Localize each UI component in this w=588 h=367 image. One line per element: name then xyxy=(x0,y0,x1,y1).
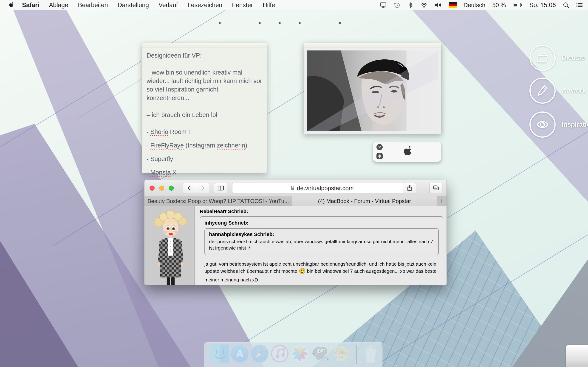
forum-post: RebelHeart Schrieb: inhyeong Schrieb: ha… xyxy=(195,206,447,285)
arrow-down-icon xyxy=(378,156,381,158)
dock xyxy=(204,342,382,367)
menu-item-hilfe[interactable]: Hilfe xyxy=(258,2,280,9)
time-machine-icon[interactable] xyxy=(394,2,401,8)
tab-overview-button[interactable] xyxy=(430,183,442,193)
zoom-window-button[interactable] xyxy=(169,186,174,191)
apple-menu[interactable] xyxy=(7,2,17,8)
note-list-item: - FireFlyRaye (Instagram zeichnerin) xyxy=(147,141,262,150)
note-list-item: - Superfly xyxy=(147,155,262,163)
forum-avatar-cell xyxy=(145,206,195,285)
desktop-icon-label: Inspiratio xyxy=(562,121,588,128)
widget-resize-button[interactable] xyxy=(376,153,383,159)
safari-window: de.virtualpopstar.com ↻ Beauty Busters: … xyxy=(144,180,447,285)
post-author-line: RebelHeart Schrieb: xyxy=(200,209,443,215)
lock-icon xyxy=(290,185,294,191)
menu-bar: Safari Ablage Bearbeiten Darstellung Ver… xyxy=(0,0,588,10)
sticky-note-text[interactable]: Designideen für VP: – wow bin so unendli… xyxy=(142,43,267,173)
share-button[interactable] xyxy=(403,183,416,193)
quote-author-line: inhyeong Schrieb: xyxy=(204,220,439,226)
close-window-button[interactable] xyxy=(149,186,155,191)
misspelled-word: Monsta xyxy=(150,169,171,176)
note-list-item: - Monsta X xyxy=(147,168,262,177)
running-indicator xyxy=(279,22,281,24)
menu-item-fenster[interactable]: Fenster xyxy=(227,2,258,9)
running-indicator xyxy=(339,22,341,24)
running-indicator xyxy=(259,22,261,24)
forward-button[interactable] xyxy=(196,183,209,193)
note-paragraph: – wow bin so unendlich kreativ mal wiede… xyxy=(147,68,262,102)
quote-block-inner: hannahpixiesykes Schrieb: der preis schr… xyxy=(204,228,439,255)
desktop-icon-label: Artwork xyxy=(562,87,586,94)
open-folder-icon xyxy=(529,45,556,71)
running-indicator xyxy=(299,22,301,24)
partial-window[interactable] xyxy=(566,345,588,367)
sticky-note-photo[interactable] xyxy=(304,43,441,134)
notification-center-icon[interactable] xyxy=(576,2,583,8)
sticky-note-body: Designideen für VP: – wow bin so unendli… xyxy=(142,48,267,185)
apple-widget[interactable]: ✕ xyxy=(373,142,441,162)
share-group xyxy=(403,183,416,193)
desktop-icon-dienste[interactable]: Dienste xyxy=(529,45,585,71)
back-button[interactable] xyxy=(183,183,196,193)
sidebar-button[interactable] xyxy=(214,183,227,193)
sticky-note-titlebar[interactable] xyxy=(304,43,441,48)
battery-icon[interactable] xyxy=(513,2,522,8)
sticky-note-titlebar[interactable] xyxy=(142,43,267,48)
address-bar[interactable]: de.virtualpopstar.com ↻ xyxy=(232,183,412,193)
menu-item-darstellung[interactable]: Darstellung xyxy=(113,2,154,9)
menu-app-name[interactable]: Safari xyxy=(17,2,44,9)
inner-quote-author-line: hannahpixiesykes Schrieb: xyxy=(209,232,434,237)
menu-item-bearbeiten[interactable]: Bearbeiten xyxy=(73,2,113,9)
menu-item-lesezeichen[interactable]: Lesezeichen xyxy=(183,2,227,9)
portrait-photo xyxy=(307,50,438,131)
eye-icon xyxy=(529,111,556,138)
airplay-icon[interactable] xyxy=(380,2,387,8)
note-paragraph: – ich brauch ein Leben lol xyxy=(147,111,262,119)
misspelled-word: zeichnerin xyxy=(217,142,245,149)
misspelled-word: FireFlyRaye xyxy=(150,142,184,149)
tab-forum[interactable]: (4) MacBook - Forum - Virtual Popstar xyxy=(292,196,437,206)
flag-germany-icon[interactable] xyxy=(449,2,457,8)
tab-overview-group xyxy=(429,183,442,193)
forum-page: RebelHeart Schrieb: inhyeong Schrieb: ha… xyxy=(145,206,447,285)
inner-quote-text: der preis schreckt mich auch etwas ab, a… xyxy=(209,238,434,251)
misspelled-word: Shorio xyxy=(150,128,168,135)
menu-item-ablage[interactable]: Ablage xyxy=(44,2,73,9)
widget-close-button[interactable]: ✕ xyxy=(376,144,383,150)
menu-item-verlauf[interactable]: Verlauf xyxy=(154,2,183,9)
tab-bar: Beauty Busters: Poop or Woop? LIP TATTOO… xyxy=(145,196,447,206)
apple-logo-icon xyxy=(401,145,414,158)
url-text: de.virtualpopstar.com xyxy=(297,185,354,192)
desktop-icon-artwork[interactable]: Artwork xyxy=(529,77,586,104)
spotlight-icon[interactable] xyxy=(563,2,569,8)
window-controls xyxy=(145,186,174,191)
new-tab-button[interactable]: + xyxy=(437,196,447,206)
surprised-emoji-icon xyxy=(299,268,305,276)
minimize-window-button[interactable] xyxy=(159,186,164,191)
forum-user-avatar xyxy=(151,210,190,285)
tab-youtube[interactable]: Beauty Busters: Poop or Woop? LIP TATTOO… xyxy=(145,196,292,206)
note-title-line: Designideen für VP: xyxy=(147,51,262,60)
volume-icon[interactable] xyxy=(435,2,442,8)
wifi-icon[interactable] xyxy=(420,2,428,8)
dock-separator xyxy=(356,345,357,364)
safari-toolbar: de.virtualpopstar.com ↻ xyxy=(145,180,447,196)
note-list-item: - Shorio Room ! xyxy=(147,128,262,136)
menubar-clock[interactable]: So. 15:06 xyxy=(529,2,556,9)
arrow-up-icon xyxy=(378,154,381,156)
pencil-icon xyxy=(529,77,556,104)
desktop-icon-label: Dienste xyxy=(562,54,585,61)
sidebar-toggle-group xyxy=(214,183,227,193)
running-indicator xyxy=(219,22,221,24)
history-nav-buttons xyxy=(183,183,209,193)
bluetooth-icon[interactable] xyxy=(407,2,414,8)
reply-text: ja gut, vom betriebssystem ist apple ech… xyxy=(204,260,439,284)
desktop: Safari Ablage Bearbeiten Darstellung Ver… xyxy=(0,0,588,367)
desktop-icon-inspiration[interactable]: Inspiratio xyxy=(529,111,588,138)
apple-logo-icon xyxy=(8,2,15,8)
input-source-label[interactable]: Deutsch xyxy=(464,2,485,9)
battery-percent: 50 % xyxy=(492,2,506,9)
quote-block-outer: inhyeong Schrieb: hannahpixiesykes Schri… xyxy=(200,216,443,285)
